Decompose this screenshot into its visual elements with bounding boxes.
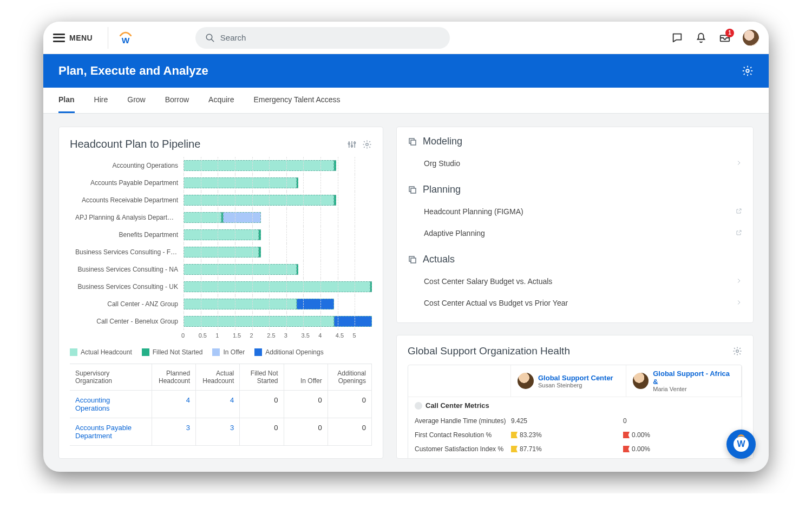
- section-item[interactable]: Cost Center Salary Budget vs. Actuals: [408, 271, 742, 292]
- svg-rect-14: [411, 258, 416, 263]
- health-gear-icon[interactable]: [732, 346, 742, 356]
- metric-value: 83.23%: [511, 431, 623, 439]
- chart-segment: [370, 281, 372, 292]
- chart-segment: [184, 177, 297, 188]
- table-cell[interactable]: 4: [196, 391, 240, 418]
- health-col-title: Global Support - Africa &: [653, 370, 735, 386]
- tab-borrow[interactable]: Borrow: [165, 88, 189, 113]
- org-link[interactable]: Accounting Operations: [70, 391, 152, 418]
- chart-row: Call Center - ANZ Group: [75, 295, 372, 313]
- tab-grow[interactable]: Grow: [127, 88, 145, 113]
- legend-swatch: [142, 348, 149, 356]
- legend-swatch: [254, 348, 262, 356]
- inbox-icon[interactable]: 1: [719, 32, 731, 44]
- table-cell[interactable]: 4: [152, 391, 196, 418]
- table-cell[interactable]: 3: [152, 418, 196, 446]
- chart-category-label: Accounts Receivable Department: [75, 196, 184, 204]
- chart-bar[interactable]: [184, 209, 372, 226]
- chart-segment: [184, 195, 334, 206]
- section-item[interactable]: Adaptive Planning: [408, 222, 742, 244]
- metric-group[interactable]: Call Center Metrics: [408, 397, 742, 414]
- sliders-icon[interactable]: [347, 140, 357, 149]
- menu-label: MENU: [69, 34, 93, 42]
- metric-value: 0.00%: [623, 431, 735, 439]
- metric-row: First Contact Resolution %83.23%0.00%: [408, 428, 742, 442]
- headcount-card-title: Headcount Plan to Pipeline: [70, 138, 200, 150]
- inbox-badge: 1: [725, 29, 734, 37]
- chat-icon[interactable]: [671, 32, 683, 44]
- chart-segment: [184, 160, 334, 171]
- stack-icon: [408, 137, 417, 147]
- metric-name: Average Handle Time (minutes): [415, 417, 511, 425]
- tab-acquire[interactable]: Acquire: [208, 88, 234, 113]
- health-col-sub: Susan Steinberg: [538, 382, 613, 388]
- chart-segment: [334, 195, 336, 206]
- legend-swatch: [212, 348, 220, 356]
- bell-icon[interactable]: [695, 32, 707, 44]
- section-item[interactable]: Headcount Planning (FIGMA): [408, 201, 742, 222]
- table-header: Planned Headcount: [152, 364, 196, 391]
- headcount-chart: Accounting OperationsAccounts Payable De…: [70, 157, 372, 330]
- chart-row: Accounts Receivable Department: [75, 192, 372, 209]
- chart-category-label: Business Services Consulting - UK: [75, 283, 184, 291]
- svg-rect-10: [411, 140, 416, 145]
- chart-bar[interactable]: [184, 174, 372, 192]
- chart-category-label: Call Center - Benelux Group: [75, 318, 184, 325]
- chart-bar[interactable]: [184, 278, 372, 295]
- tab-emergency-talent-access[interactable]: Emergency Talent Access: [254, 88, 340, 113]
- table-header: Filled Not Started: [240, 364, 284, 391]
- chart-bar[interactable]: [184, 226, 372, 243]
- sections-card: ModelingOrg StudioPlanningHeadcount Plan…: [396, 127, 754, 323]
- legend-item: Filled Not Started: [142, 348, 203, 356]
- section-item-label: Headcount Planning (FIGMA): [424, 207, 523, 216]
- chart-segment: [184, 247, 259, 258]
- user-avatar[interactable]: [743, 30, 759, 46]
- tab-bar: PlanHireGrowBorrowAcquireEmergency Talen…: [43, 88, 769, 114]
- metric-value: 0.00%: [623, 445, 735, 453]
- chart-row: Accounts Payable Department: [75, 174, 372, 192]
- health-column-header[interactable]: Global Support - Africa &Maria Venter: [626, 365, 742, 397]
- right-column: ModelingOrg StudioPlanningHeadcount Plan…: [396, 127, 754, 459]
- stack-icon: [408, 185, 417, 195]
- chart-bar[interactable]: [184, 261, 372, 278]
- chart-segment: [259, 229, 260, 240]
- section-item-label: Adaptive Planning: [424, 229, 485, 238]
- menu-button[interactable]: MENU: [53, 34, 93, 42]
- workday-logo[interactable]: W: [108, 27, 133, 49]
- card-gear-icon[interactable]: [362, 140, 372, 149]
- external-link-icon: [736, 229, 742, 238]
- chart-bar[interactable]: [184, 192, 372, 209]
- section-item[interactable]: Org Studio: [408, 153, 742, 174]
- section-item[interactable]: Cost Center Actual vs Budget vs Prior Ye…: [408, 292, 742, 314]
- legend-item: Actual Headcount: [70, 348, 132, 356]
- legend-label: Additional Openings: [265, 348, 323, 356]
- table-cell: 0: [240, 418, 284, 446]
- collapse-dot-icon: [415, 402, 422, 410]
- chart-category-label: Call Center - ANZ Group: [75, 300, 184, 308]
- chart-row: Benefits Department: [75, 226, 372, 243]
- chart-bar[interactable]: [184, 313, 372, 330]
- chart-bar[interactable]: [184, 157, 372, 174]
- assistant-fab[interactable]: W: [726, 430, 756, 459]
- axis-tick: 0.5: [199, 332, 216, 339]
- health-column-header[interactable]: Global Support CenterSusan Steinberg: [511, 365, 626, 397]
- flag-icon: [623, 432, 630, 438]
- chart-bar[interactable]: [184, 295, 372, 313]
- chart-row: APJ Planning & Analysis Department: [75, 209, 372, 226]
- page-settings-icon[interactable]: [742, 65, 754, 77]
- content-area: Headcount Plan to Pipeline Accounting Op…: [43, 114, 769, 472]
- table-header: Supervisory Organization: [70, 364, 152, 391]
- chart-segment: [334, 160, 336, 171]
- tab-plan[interactable]: Plan: [58, 88, 75, 113]
- legend-swatch: [70, 348, 77, 356]
- health-card: Global Support Organization Health Globa…: [396, 335, 754, 459]
- org-link[interactable]: Accounts Payable Department: [70, 418, 152, 446]
- search-input[interactable]: Search: [195, 27, 450, 49]
- flag-icon: [511, 446, 518, 452]
- svg-point-4: [746, 69, 749, 72]
- legend-item: Additional Openings: [254, 348, 323, 356]
- hamburger-icon: [53, 34, 65, 42]
- table-cell[interactable]: 3: [196, 418, 240, 446]
- chart-bar[interactable]: [184, 243, 372, 261]
- tab-hire[interactable]: Hire: [94, 88, 108, 113]
